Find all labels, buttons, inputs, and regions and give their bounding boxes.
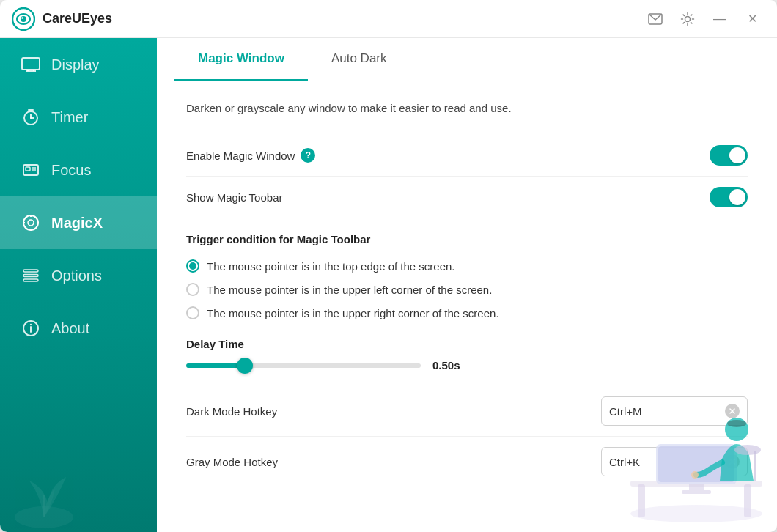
svg-rect-25 <box>23 275 38 277</box>
main-layout: Display Timer <box>0 38 777 532</box>
tab-description: Darken or grayscale any window to make i… <box>186 102 748 114</box>
radio-inner-top-edge <box>189 262 196 270</box>
sidebar-item-focus[interactable]: Focus <box>0 144 157 196</box>
gray-mode-hotkey-row: Gray Mode Hotkey Ctrl+K <box>186 437 748 487</box>
gray-mode-hotkey-input[interactable]: Ctrl+K <box>601 447 748 476</box>
gear-icon <box>680 12 695 26</box>
app-window: CareUEyes — ✕ <box>0 0 777 532</box>
tab-magic-window[interactable]: Magic Window <box>174 38 308 81</box>
sidebar-item-options[interactable]: Options <box>0 249 157 302</box>
toggle-thumb-2 <box>729 189 745 205</box>
email-button[interactable] <box>642 6 669 32</box>
radio-option-top-edge[interactable]: The mouse pointer is in the top edge of … <box>186 254 748 278</box>
minimize-icon: — <box>713 11 726 26</box>
radio-circle-top-edge <box>186 259 199 273</box>
sidebar-item-timer[interactable]: Timer <box>0 91 157 144</box>
svg-rect-6 <box>22 58 40 70</box>
svg-point-3 <box>21 17 23 18</box>
radio-circle-upper-left <box>186 283 199 296</box>
titlebar-left: CareUEyes <box>12 7 112 31</box>
delay-time-value: 0.50s <box>432 359 471 372</box>
svg-point-19 <box>28 220 34 226</box>
svg-point-2 <box>21 16 26 22</box>
svg-rect-15 <box>26 167 30 171</box>
minimize-button[interactable]: — <box>707 6 733 32</box>
email-icon <box>648 13 663 25</box>
sidebar-label-focus: Focus <box>51 162 91 179</box>
titlebar: CareUEyes — ✕ <box>0 0 777 38</box>
sidebar: Display Timer <box>0 38 157 532</box>
enable-magic-window-row: Enable Magic Window ? <box>186 135 748 177</box>
slider-thumb[interactable] <box>237 358 253 374</box>
sidebar-label-timer: Timer <box>51 109 88 126</box>
tab-auto-dark[interactable]: Auto Dark <box>308 38 410 81</box>
radio-option-upper-right[interactable]: The mouse pointer is in the upper right … <box>186 301 748 325</box>
show-magic-toolbar-row: Show Magic Toobar <box>186 177 748 218</box>
dark-mode-hotkey-clear[interactable] <box>725 404 740 418</box>
svg-point-29 <box>30 324 32 325</box>
radio-option-upper-left[interactable]: The mouse pointer is in the upper left c… <box>186 278 748 301</box>
sidebar-label-magicx: MagicX <box>51 215 103 232</box>
svg-point-5 <box>685 16 691 21</box>
timer-icon <box>21 107 41 128</box>
delay-time-slider-track[interactable] <box>186 363 421 368</box>
trigger-condition-heading: Trigger condition for Magic Toolbar <box>186 233 748 245</box>
show-magic-toolbar-toggle[interactable] <box>710 187 748 207</box>
magicx-icon <box>21 213 41 233</box>
dark-mode-hotkey-value: Ctrl+M <box>609 405 642 418</box>
svg-rect-24 <box>23 270 38 272</box>
dark-mode-hotkey-label: Dark Mode Hotkey <box>186 405 277 418</box>
slider-fill <box>186 363 245 368</box>
sidebar-label-display: Display <box>51 56 100 73</box>
content-scroll-area: Darken or grayscale any window to make i… <box>157 81 777 532</box>
enable-magic-window-label: Enable Magic Window ? <box>186 148 315 163</box>
close-icon: ✕ <box>748 12 757 26</box>
radio-circle-upper-right <box>186 306 199 319</box>
enable-magic-window-help-icon[interactable]: ? <box>301 148 315 163</box>
show-magic-toolbar-label: Show Magic Toobar <box>186 191 282 204</box>
enable-magic-window-toggle[interactable] <box>710 145 748 166</box>
gray-mode-hotkey-label: Gray Mode Hotkey <box>186 456 278 468</box>
tab-bar: Magic Window Auto Dark <box>157 38 777 81</box>
sidebar-item-magicx[interactable]: MagicX <box>0 196 157 249</box>
sidebar-item-display[interactable]: Display <box>0 38 157 91</box>
dark-mode-hotkey-row: Dark Mode Hotkey Ctrl+M <box>186 386 748 437</box>
options-icon <box>21 265 41 286</box>
sidebar-label-options: Options <box>51 267 102 284</box>
sidebar-label-about: About <box>51 320 89 337</box>
app-logo-icon <box>12 7 35 31</box>
app-title: CareUEyes <box>43 11 112 26</box>
close-button[interactable]: ✕ <box>739 6 765 32</box>
clear-icon <box>729 407 736 415</box>
about-icon <box>21 318 41 339</box>
content-area: Magic Window Auto Dark Darken or graysca… <box>157 38 777 532</box>
settings-button[interactable] <box>674 6 701 32</box>
sidebar-decoration <box>0 415 157 532</box>
svg-point-18 <box>23 215 38 230</box>
delay-time-heading: Delay Time <box>186 338 748 350</box>
clear-icon-2 <box>729 458 736 465</box>
delay-time-slider-row: 0.50s <box>186 359 748 372</box>
display-icon <box>21 54 41 75</box>
sidebar-item-about[interactable]: About <box>0 302 157 355</box>
gray-mode-hotkey-clear[interactable] <box>725 454 740 469</box>
gray-mode-hotkey-value: Ctrl+K <box>609 456 640 468</box>
focus-icon <box>21 160 41 180</box>
toggle-thumb <box>729 147 745 163</box>
titlebar-right: — ✕ <box>642 6 765 32</box>
dark-mode-hotkey-input[interactable]: Ctrl+M <box>601 396 748 426</box>
svg-rect-26 <box>23 279 38 281</box>
